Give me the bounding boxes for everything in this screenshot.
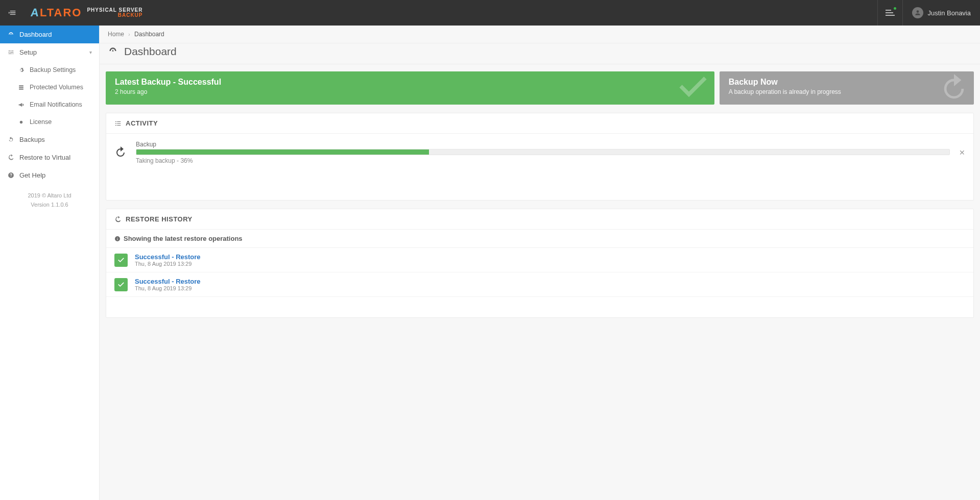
activity-card: ACTIVITY Backup Taking backup - 36% [106, 113, 974, 201]
latest-backup-title: Latest Backup - Successful [115, 78, 705, 87]
sidebar-item-setup[interactable]: Setup ▾ [0, 43, 99, 61]
circle-icon [17, 119, 25, 126]
help-icon [7, 172, 14, 179]
history-icon [7, 154, 14, 161]
info-icon [114, 236, 121, 242]
sidebar: Dashboard Setup ▾ Backup Settings Pr [0, 26, 100, 500]
cogs-icon [17, 67, 25, 73]
copyright-text: 2019 © Altaro Ltd [0, 191, 99, 201]
sidebar-item-label: Dashboard [19, 31, 52, 38]
refresh-icon [7, 136, 14, 143]
sidebar-item-get-help[interactable]: Get Help [0, 166, 99, 184]
history-item-title[interactable]: Successful - Restore [135, 253, 201, 261]
success-badge [114, 278, 128, 291]
sidebar-item-label: Backups [19, 136, 45, 143]
sidebar-item-label: Email Notifications [30, 101, 82, 108]
breadcrumb-current: Dashboard [134, 31, 164, 38]
tasks-button[interactable] [878, 0, 902, 26]
breadcrumb: Home › Dashboard [100, 26, 980, 43]
backup-now-sub: A backup operation is already in progres… [729, 88, 965, 95]
sidebar-item-label: Get Help [19, 171, 45, 179]
activity-progress [136, 149, 950, 155]
sidebar-item-backup-settings[interactable]: Backup Settings [0, 61, 99, 79]
sidebar-toggle-button[interactable] [0, 0, 26, 26]
sidebar-item-label: Backup Settings [30, 66, 76, 73]
sidebar-item-license[interactable]: License [0, 113, 99, 131]
history-item-title[interactable]: Successful - Restore [135, 278, 201, 285]
version-text: Version 1.1.0.6 [0, 201, 99, 210]
history-item: Successful - Restore Thu, 8 Aug 2019 13:… [106, 248, 973, 272]
chevron-right-icon: › [128, 32, 130, 37]
refresh-icon [114, 146, 127, 160]
disk-icon [17, 84, 25, 91]
breadcrumb-home[interactable]: Home [108, 31, 124, 38]
sidebar-item-email-notifications[interactable]: Email Notifications [0, 96, 99, 113]
activity-status: Taking backup - 36% [136, 157, 950, 164]
history-icon [114, 216, 122, 223]
success-badge [114, 254, 128, 267]
svg-point-0 [19, 120, 22, 123]
task-status-dot [893, 6, 897, 11]
backup-now-title: Backup Now [729, 78, 965, 87]
sidebar-item-label: Setup [19, 48, 37, 56]
history-item: Successful - Restore Thu, 8 Aug 2019 13:… [106, 272, 973, 297]
check-icon [117, 257, 125, 264]
sidebar-item-label: Restore to Virtual [19, 154, 70, 161]
sidebar-item-dashboard[interactable]: Dashboard [0, 26, 99, 43]
activity-title: Backup [136, 141, 950, 148]
gauge-icon [7, 31, 14, 38]
latest-backup-tile[interactable]: Latest Backup - Successful 2 hours ago [106, 71, 714, 105]
topbar: ALTARO PHYSICAL SERVER BACKUP Justin Bon… [0, 0, 980, 26]
brand-sub2: BACKUP [87, 13, 142, 18]
sidebar-item-protected-volumes[interactable]: Protected Volumes [0, 79, 99, 96]
history-item-time: Thu, 8 Aug 2019 13:29 [135, 261, 201, 267]
sidebar-item-restore-virtual[interactable]: Restore to Virtual [0, 148, 99, 166]
brand-logo: ALTARO PHYSICAL SERVER BACKUP [26, 6, 143, 19]
sidebar-item-label: Protected Volumes [30, 84, 83, 91]
restore-history-card: RESTORE HISTORY Showing the latest resto… [106, 209, 974, 318]
user-menu[interactable]: Justin Bonavia [903, 0, 980, 26]
sliders-icon [7, 49, 14, 56]
latest-backup-sub: 2 hours ago [115, 88, 705, 95]
avatar [912, 7, 923, 18]
restore-history-info: Showing the latest restore operations [106, 230, 973, 248]
sidebar-item-backups[interactable]: Backups [0, 131, 99, 148]
user-name: Justin Bonavia [927, 9, 971, 17]
restore-history-header: RESTORE HISTORY [126, 215, 193, 223]
backup-now-tile: Backup Now A backup operation is already… [720, 71, 974, 105]
gauge-icon [108, 46, 118, 58]
main-content: Home › Dashboard Dashboard Latest Backup… [100, 26, 980, 500]
check-icon [117, 281, 125, 288]
chevron-down-icon: ▾ [89, 49, 92, 55]
activity-header: ACTIVITY [126, 119, 158, 127]
list-icon [114, 120, 122, 127]
page-title: Dashboard [124, 45, 177, 58]
restore-history-info-text: Showing the latest restore operations [124, 235, 243, 242]
sidebar-item-label: License [30, 118, 52, 126]
brand-logo-main: ALTARO [31, 6, 82, 19]
refresh-icon [939, 72, 969, 104]
history-item-time: Thu, 8 Aug 2019 13:29 [135, 285, 201, 291]
close-icon[interactable]: ✕ [959, 148, 965, 157]
check-icon [677, 71, 709, 105]
megaphone-icon [17, 102, 25, 108]
